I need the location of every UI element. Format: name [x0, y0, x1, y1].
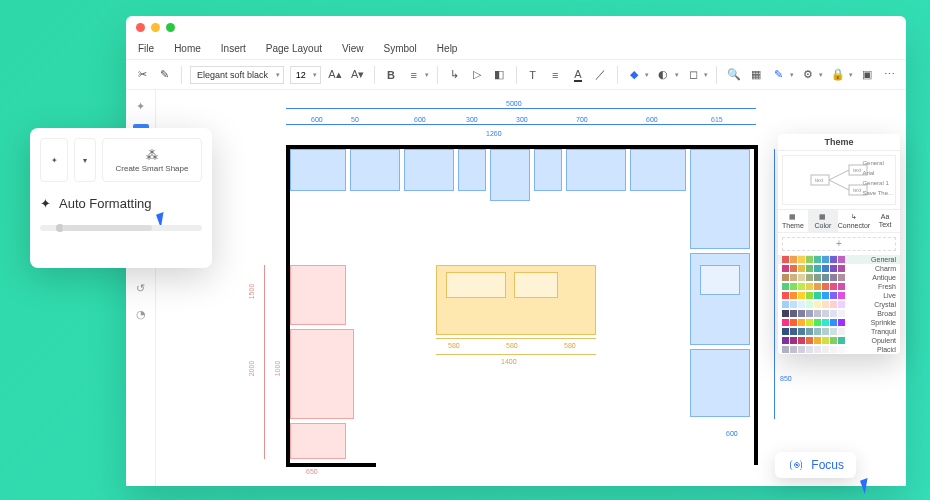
grid-icon[interactable]: ▦: [748, 66, 765, 84]
font-shrink-icon[interactable]: A▾: [349, 66, 366, 84]
layers-icon[interactable]: ◧: [491, 66, 508, 84]
appliance[interactable]: [290, 265, 346, 325]
dim: 580: [448, 342, 460, 349]
hood[interactable]: [490, 149, 530, 201]
tab-connector[interactable]: ↳Connector: [838, 210, 870, 232]
cabinet[interactable]: [566, 149, 626, 191]
font-size-select[interactable]: 12: [290, 66, 321, 84]
cabinet[interactable]: [290, 149, 346, 191]
titlebar: [126, 16, 906, 38]
create-smart-shape-label: Create Smart Shape: [116, 164, 189, 173]
tab-color[interactable]: ▦Color: [808, 210, 838, 232]
bold-button[interactable]: B: [383, 66, 400, 84]
create-smart-shape-button[interactable]: ⁂ Create Smart Shape: [102, 138, 202, 182]
close-icon[interactable]: [136, 23, 145, 32]
sparkle-button[interactable]: ✦: [40, 138, 68, 182]
cooktop[interactable]: [446, 272, 506, 298]
font-select[interactable]: Elegant soft black: [190, 66, 284, 84]
sidebar-sparkle-icon[interactable]: ✦: [133, 98, 149, 114]
sink[interactable]: [514, 272, 558, 298]
pointer-icon[interactable]: ▷: [468, 66, 485, 84]
cabinet[interactable]: [534, 149, 562, 191]
menu-help[interactable]: Help: [437, 43, 458, 54]
theme-side-item[interactable]: General: [862, 158, 893, 168]
font-color-icon[interactable]: A: [570, 66, 587, 84]
theme-preview: texttexttext General Arial General 1 Sav…: [782, 155, 896, 205]
dim: 700: [576, 116, 588, 123]
search-icon[interactable]: 🔍: [725, 66, 742, 84]
sink[interactable]: [700, 265, 740, 295]
palette-row[interactable]: Sprinkle: [778, 318, 900, 327]
theme-title: Theme: [778, 134, 900, 151]
maximize-icon[interactable]: [166, 23, 175, 32]
font-grow-icon[interactable]: A▴: [327, 66, 344, 84]
dim: 1500: [248, 284, 255, 300]
text-tool-icon[interactable]: T: [524, 66, 541, 84]
theme-panel: Theme texttexttext General Arial General…: [778, 134, 900, 354]
palette-row[interactable]: Placid: [778, 345, 900, 354]
cabinet[interactable]: [690, 349, 750, 417]
sparkle-icon: ✦: [40, 196, 51, 211]
menu-view[interactable]: View: [342, 43, 364, 54]
cut-icon[interactable]: ✂: [134, 66, 151, 84]
dim: 50: [351, 116, 359, 123]
palette-row[interactable]: Antique: [778, 273, 900, 282]
fill-icon[interactable]: ◆: [626, 66, 643, 84]
palette-row[interactable]: Live: [778, 291, 900, 300]
cabinet[interactable]: [350, 149, 400, 191]
shadow-icon[interactable]: ◐: [655, 66, 672, 84]
auto-formatting-popup: ✦ ▾ ⁂ Create Smart Shape ✦ Auto Formatti…: [30, 128, 212, 268]
dim: 300: [516, 116, 528, 123]
sidebar-history-icon[interactable]: ↺: [133, 280, 149, 296]
appliance[interactable]: [290, 329, 354, 419]
export-icon[interactable]: ▣: [859, 66, 876, 84]
menu-symbol[interactable]: Symbol: [384, 43, 417, 54]
menu-bar: File Home Insert Page Layout View Symbol…: [126, 38, 906, 60]
lock-icon[interactable]: 🔒: [829, 66, 846, 84]
palette-row[interactable]: Charm: [778, 264, 900, 273]
menu-page-layout[interactable]: Page Layout: [266, 43, 322, 54]
crop-icon[interactable]: ◻: [685, 66, 702, 84]
toolbar: ✂ ✎ Elegant soft black 12 A▴ A▾ B ≡▾ ↳ ▷…: [126, 60, 906, 90]
dropdown-button[interactable]: ▾: [74, 138, 96, 182]
theme-side-item[interactable]: Arial: [862, 168, 893, 178]
focus-label: Focus: [811, 458, 844, 472]
bullets-icon[interactable]: ≡: [405, 66, 422, 84]
dim: 850: [780, 375, 792, 382]
palette-row[interactable]: Opulent: [778, 336, 900, 345]
tab-theme[interactable]: ▦Theme: [778, 210, 808, 232]
cabinet[interactable]: [404, 149, 454, 191]
cabinet[interactable]: [630, 149, 686, 191]
slider[interactable]: [40, 225, 202, 231]
fridge[interactable]: [690, 149, 750, 249]
minimize-icon[interactable]: [151, 23, 160, 32]
dim: 600: [311, 116, 323, 123]
settings-icon[interactable]: ⚙: [800, 66, 817, 84]
menu-home[interactable]: Home: [174, 43, 201, 54]
palette-row[interactable]: Crystal: [778, 300, 900, 309]
theme-side-item[interactable]: Save The...: [862, 188, 893, 198]
appliance[interactable]: [290, 423, 346, 459]
add-palette-button[interactable]: +: [782, 237, 896, 251]
menu-file[interactable]: File: [138, 43, 154, 54]
paintbrush-icon[interactable]: ✎: [157, 66, 174, 84]
palette-row[interactable]: Tranquil: [778, 327, 900, 336]
palette-row[interactable]: Fresh: [778, 282, 900, 291]
dim: 615: [711, 116, 723, 123]
dim: 600: [414, 116, 426, 123]
focus-button[interactable]: ⟮◉⟯ Focus: [775, 452, 856, 478]
sidebar-comment-icon[interactable]: ◔: [133, 306, 149, 322]
dim: 1400: [501, 358, 517, 365]
cabinet[interactable]: [458, 149, 486, 191]
align-left-icon[interactable]: ≡: [547, 66, 564, 84]
menu-insert[interactable]: Insert: [221, 43, 246, 54]
connector-icon[interactable]: ↳: [446, 66, 463, 84]
palette-row[interactable]: Broad: [778, 309, 900, 318]
palette-row[interactable]: General: [778, 255, 900, 264]
pen-icon[interactable]: ✎: [770, 66, 787, 84]
line-icon[interactable]: ／: [592, 66, 609, 84]
tab-text[interactable]: AaText: [870, 210, 900, 232]
more-icon[interactable]: ⋯: [882, 66, 899, 84]
dim: 600: [646, 116, 658, 123]
theme-side-item[interactable]: General 1: [862, 178, 893, 188]
